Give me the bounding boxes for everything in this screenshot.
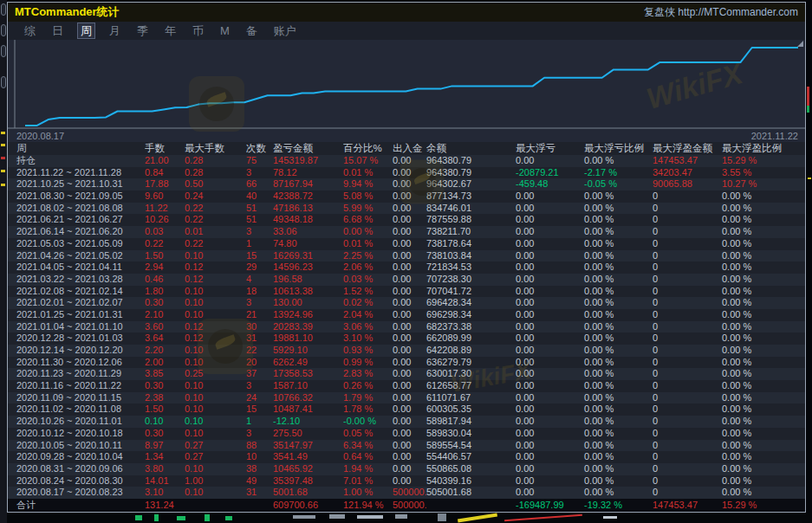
table-row[interactable]: 2021.08.02 ~ 2021.08.0811.220.225147186.… [8,203,805,215]
cell-8: 0.00 [516,203,584,215]
cell-6: 0.00 [393,178,426,190]
cell-10: 0 [653,487,722,499]
cell-11: 0.00 % [722,226,805,238]
cell-8: 0.00 [516,404,584,416]
table-row[interactable]: 2021.04.05 ~ 2021.04.112.940.122914596.2… [8,262,805,274]
cell-1: 1.50 [145,404,185,416]
cell-4: 5929.10 [273,345,343,357]
menu-item-月[interactable]: 月 [107,23,123,38]
cell-1: 10.26 [145,214,185,226]
cell-5: 1.00 % [343,487,393,499]
table-row[interactable]: 2021.03.22 ~ 2021.03.280.460.124196.580.… [8,274,805,286]
cell-8: 0.00 [516,463,584,475]
cell-5: 3.06 % [343,321,393,333]
cell-3: 49 [246,475,273,487]
cell-6: 0.00 [393,203,426,215]
cell-5: 0.64 % [343,451,393,463]
cell-6: 500000.00 [393,499,426,512]
cell-9: 0.00 % [584,392,653,404]
cell-6: 0.00 [393,345,426,357]
table-row-open-positions[interactable]: 持仓21.000.2875145319.8715.07 %0.00964380.… [8,155,805,167]
table-row[interactable]: 2021.02.08 ~ 2021.02.141.800.101810613.3… [8,286,805,298]
cell-4: 19881.10 [273,333,343,345]
cell-8: 0.00 [516,380,584,392]
cell-11: 0.00 % [722,297,805,309]
cell-4: 49348.18 [273,214,343,226]
cell-11: 最大浮盈比例 [722,142,805,155]
table-row[interactable]: 2021.08.30 ~ 2021.09.059.600.244042388.7… [8,190,805,203]
table-row[interactable]: 2020.12.14 ~ 2020.12.202.200.10225929.10… [8,345,805,357]
cell-6: 0.00 [393,428,426,440]
table-row[interactable]: 2020.08.31 ~ 2020.09.063.800.103810465.9… [8,463,805,475]
cell-period: 2020.11.30 ~ 2020.12.06 [8,357,145,369]
cell-8: 最大浮亏 [516,142,584,155]
cell-period: 2020.11.02 ~ 2020.11.08 [8,404,145,416]
cell-6: 0.00 [393,297,426,309]
table-row[interactable]: 2020.08.17 ~ 2020.08.233.100.10315001.68… [8,487,805,499]
cell-8: 0.00 [516,451,584,463]
cell-9: 0.00 % [584,428,653,440]
equity-chart[interactable]: 2020.08.17 2021.11.22 [8,40,805,142]
cell-3: 40 [246,190,273,203]
menu-item-周[interactable]: 周 [77,23,95,39]
table-row[interactable]: 2020.10.05 ~ 2020.10.118.970.278835147.9… [8,440,805,452]
table-row[interactable]: 2021.06.14 ~ 2021.06.200.030.01333.060.0… [8,226,805,238]
menu-item-备[interactable]: 备 [244,23,260,38]
equity-curve-svg [8,40,805,142]
menu-item-账户[interactable]: 账户 [271,23,299,38]
table-row[interactable]: 2020.11.16 ~ 2020.11.220.300.1031587.100… [8,380,805,392]
table-row[interactable]: 2021.11.22 ~ 2021.11.280.840.28378.120.0… [8,167,805,179]
cell-3: 75 [246,155,273,167]
cell-4: 33.06 [273,226,343,238]
cell-10: 0 [653,238,722,250]
table-total-row[interactable]: 合计131.24609700.66121.94 %500000.00-16948… [8,499,805,512]
table-row[interactable]: 2021.01.04 ~ 2021.01.103.600.123020283.3… [8,321,805,333]
menu-item-日[interactable]: 日 [49,23,66,38]
menu-item-综[interactable]: 综 [22,23,38,38]
cell-3: 1 [246,238,273,250]
table-row[interactable]: 2020.11.02 ~ 2020.11.081.500.101510487.4… [8,404,805,416]
table-row[interactable]: 2020.12.28 ~ 2021.01.033.640.123119881.1… [8,333,805,345]
table-row[interactable]: 2020.11.30 ~ 2020.12.062.000.10206262.49… [8,357,805,369]
table-row[interactable]: 2020.10.12 ~ 2020.10.180.300.103275.500.… [8,428,805,440]
table-row[interactable]: 2021.02.01 ~ 2021.02.070.300.103130.000.… [8,297,805,309]
table-row[interactable]: 2020.11.23 ~ 2020.11.293.850.253717358.5… [8,368,805,380]
cell-11: 0.00 % [722,238,805,250]
table-row[interactable]: 2020.11.09 ~ 2020.11.152.380.102410766.3… [8,392,805,404]
table-row[interactable]: 2020.09.28 ~ 2020.10.041.340.27103541.49… [8,451,805,463]
menu-item-年[interactable]: 年 [162,23,179,38]
weekly-stats-table: 周手数最大手数次数盈亏金额百分比%出入金余额最大浮亏最大浮亏比例最大浮盈金额最大… [8,142,805,512]
table-row[interactable]: 2020.08.24 ~ 2020.08.3014.011.004935397.… [8,475,805,487]
table-row[interactable]: 2021.04.26 ~ 2021.05.021.500.101516269.3… [8,250,805,262]
cell-3: 31 [246,487,273,499]
title-bar[interactable]: MTCommander统计 复盘侠 http://MTCommander.com [8,3,805,22]
cell-4: 14596.23 [273,262,343,274]
cell-period: 2021.03.22 ~ 2021.03.28 [8,274,145,286]
table-row[interactable]: 2021.01.25 ~ 2021.01.312.100.102113924.9… [8,309,805,321]
cell-10: 0 [653,190,722,203]
cell-10: 147453.47 [653,499,722,512]
cell-9: 0.00 % [584,238,653,250]
table-row[interactable]: 2021.05.03 ~ 2021.05.090.220.22174.800.0… [8,238,805,250]
brand-link[interactable]: 复盘侠 http://MTCommander.com [644,5,798,20]
cell-period: 2020.10.05 ~ 2020.10.11 [8,440,145,452]
cell-4: 1587.10 [273,380,343,392]
cell-1: 2.20 [145,345,185,357]
menu-item-季[interactable]: 季 [134,23,151,38]
cell-8: 0.00 [516,368,584,380]
cell-2: 0.10 [185,404,246,416]
table-row[interactable]: 2021.10.25 ~ 2021.10.3117.880.506687167.… [8,178,805,190]
cell-10: 0 [653,286,722,298]
table-row[interactable]: 2020.10.26 ~ 2020.11.010.100.101-12.10-0… [8,416,805,428]
cell-period: 周 [8,142,145,155]
cell-6: 0.00 [393,368,426,380]
menu-item-币[interactable]: 币 [190,23,206,38]
cell-9: 0.00 % [584,475,653,487]
cell-period: 2020.09.28 ~ 2020.10.04 [8,451,145,463]
cell-7: 964380.79 [426,155,516,167]
table-row[interactable]: 2021.06.21 ~ 2021.06.2710.260.225149348.… [8,214,805,226]
menu-item-M[interactable]: M [218,23,232,38]
cell-2: 0.28 [185,155,246,167]
cell-1: 2.38 [145,392,185,404]
cell-4: 196.58 [273,274,343,286]
